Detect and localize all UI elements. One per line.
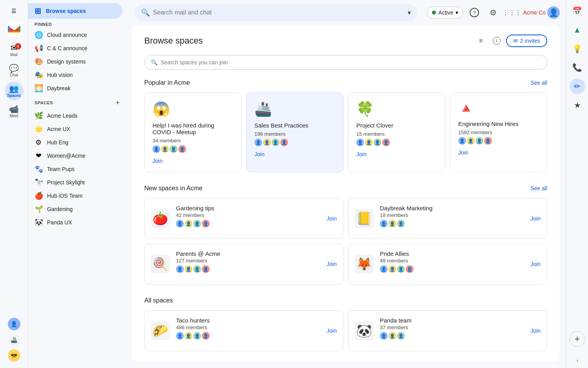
new-space-item-0[interactable]: 🍅 Gardening tips 42 members 👤 👤 👤 👤 Join (144, 198, 343, 239)
sidebar-item-cc-announce[interactable]: 📢 C & C announce (28, 42, 122, 55)
new-see-all[interactable]: See all (530, 185, 547, 191)
new-space-icon-3: 🦊 (355, 255, 374, 273)
member-av: 👤 (467, 137, 475, 145)
account-area[interactable]: Acme Co 👤 (523, 6, 560, 19)
all-space-avatars-0: 👤 👤 👤 👤 (176, 332, 320, 340)
list-view-button[interactable]: ≡ (475, 35, 487, 47)
member-av: 👤 (193, 332, 201, 340)
new-space-icon-2: 🍭 (151, 255, 170, 273)
rail-item-chat[interactable]: 💬 Chat (5, 61, 24, 80)
hub-eng-icon: ⚙ (34, 138, 42, 147)
info-button[interactable]: i (490, 35, 503, 47)
calendar-panel-button[interactable]: 📅 (570, 3, 585, 19)
status-pill[interactable]: Active ▾ (427, 7, 463, 18)
browse-spaces-nav-item[interactable]: ⊞ Browse spaces (28, 3, 122, 19)
sidebar-item-cloud-announce[interactable]: 🌐 Cloud announce (28, 28, 122, 42)
all-space-join-1[interactable]: Join (530, 328, 541, 334)
rail-item-mail[interactable]: ✉ Mail 4 (5, 41, 24, 60)
search-input[interactable] (153, 9, 405, 16)
new-space-item-1[interactable]: 📒 Daybreak Marketing 18 members 👤 👤 👤 Jo… (348, 198, 547, 239)
all-space-item-0[interactable]: 🌮 Taco hunters 486 members 👤 👤 👤 👤 Join (144, 310, 343, 351)
sidebar-item-daybreak[interactable]: 🌅 Daybreak (28, 82, 122, 95)
gmail-logo-svg (7, 22, 21, 36)
sidebar-item-acme-leads[interactable]: 🌿 Acme Leads (28, 109, 122, 122)
help-button[interactable]: ? (466, 5, 482, 20)
all-space-info-1: Panda team 37 members 👤 👤 👤 (380, 317, 524, 344)
sidebar-item-acme-ux[interactable]: 🌟 Acme UX (28, 122, 122, 136)
sidebar-item-hub-vision[interactable]: 🎭 Hub vision (28, 68, 122, 82)
rail-item-meet[interactable]: 📹 Meet (5, 102, 24, 121)
keep-panel-button[interactable]: 💡 (570, 41, 585, 56)
search-spaces-icon: 🔍 (151, 59, 158, 66)
gmail-logo[interactable] (7, 20, 21, 39)
rail-avatar-3[interactable]: 😎 (8, 349, 20, 362)
help-icon: ? (470, 8, 479, 17)
popular-join-button-1[interactable]: Join (254, 151, 265, 157)
rail-avatar-2[interactable]: 🚢 (8, 333, 20, 346)
new-space-join-2[interactable]: Join (327, 261, 337, 267)
chat-panel-button[interactable]: ✏ (570, 78, 585, 94)
apps-button[interactable]: ⋮⋮⋮ (504, 5, 520, 20)
popular-space-card-2[interactable]: 🍀 Project Clover 15 members 👤 👤 👤 👤 Join (348, 93, 445, 172)
new-space-icon-0: 🍅 (151, 209, 170, 228)
right-panel: 📅 ▲ 💡 📞 ✏ ★ + › (566, 0, 588, 368)
member-av: 👤 (475, 137, 483, 145)
invites-button[interactable]: ✉ 2 invites (506, 35, 547, 47)
popular-join-button-2[interactable]: Join (356, 151, 367, 157)
popular-see-all[interactable]: See all (530, 80, 547, 86)
phone-panel-button[interactable]: 📞 (570, 60, 585, 75)
member-av: 👤 (388, 220, 396, 228)
sidebar-item-hub-eng[interactable]: ⚙ Hub Eng (28, 136, 122, 149)
new-space-item-2[interactable]: 🍭 Parents @ Acme 127 members 👤 👤 👤 👤 Joi… (144, 244, 343, 284)
new-space-info-3: Pride Allies 49 members 👤 👤 👤 👤 (380, 250, 524, 278)
sidebar-item-team-pups[interactable]: 🐾 Team Pups (28, 162, 122, 176)
sidebar-item-design-systems[interactable]: 🎨 Design systems (28, 55, 122, 68)
new-space-item-3[interactable]: 🦊 Pride Allies 49 members 👤 👤 👤 👤 Join (348, 244, 547, 284)
popular-space-card-1[interactable]: 🚢 Sales Best Practices 198 members 👤 👤 👤… (246, 93, 343, 172)
star-panel-icon: ★ (574, 100, 581, 110)
new-space-join-3[interactable]: Join (530, 261, 541, 267)
new-space-join-0[interactable]: Join (327, 215, 337, 222)
rail-avatar-1[interactable]: 👤 (8, 318, 20, 330)
member-av: 👤 (176, 332, 184, 340)
sidebar-item-project-skylight[interactable]: 🔭 Project Skylight (28, 176, 122, 189)
star-panel-button[interactable]: ★ (570, 97, 585, 113)
hub-ios-icon: 🍎 (34, 191, 42, 200)
rail-avatars: 👤 🚢 😎 (8, 318, 20, 368)
status-dropdown-icon: ▾ (456, 9, 458, 16)
new-space-members-3: 49 members (380, 258, 524, 264)
hamburger-menu[interactable]: ☰ (6, 3, 22, 19)
rail-item-spaces[interactable]: 👥 Spaces (5, 82, 24, 100)
all-space-name-0: Taco hunters (176, 317, 320, 324)
member-av: 👤 (356, 138, 364, 146)
sidebar-item-hub-ios[interactable]: 🍎 Hub iOS Team (28, 189, 122, 202)
popular-join-button-0[interactable]: Join (152, 158, 163, 164)
acme-ux-label: Acme UX (47, 126, 70, 132)
list-view-icon: ≡ (479, 37, 483, 44)
popular-space-card-0[interactable]: 😱 Help! I was hired during COVID - Meetu… (144, 93, 241, 172)
all-space-item-1[interactable]: 🐼 Panda team 37 members 👤 👤 👤 Join (348, 310, 547, 351)
expand-panel-button[interactable]: › (575, 356, 580, 365)
content-header-actions: ≡ i ✉ 2 invites (475, 35, 547, 47)
popular-space-icon-0: 😱 (152, 101, 233, 117)
search-spaces-input[interactable] (161, 59, 541, 66)
right-add-icon: + (574, 333, 580, 344)
drive-panel-button[interactable]: ▲ (570, 22, 585, 38)
invites-label: 2 invites (520, 38, 540, 44)
right-add-button[interactable]: + (570, 331, 585, 347)
member-av: 👤 (152, 145, 160, 153)
sidebar-item-women-acme[interactable]: ❤ Women@Acme (28, 149, 122, 162)
new-space-join-1[interactable]: Join (530, 215, 541, 222)
chat-icon: 💬 (9, 64, 19, 72)
popular-join-button-3[interactable]: Join (458, 149, 468, 156)
new-section-title: New spaces in Acme (144, 185, 203, 192)
content-wrapper: Browse spaces ≡ i ✉ 2 invites 🔍 (129, 25, 566, 368)
popular-space-card-3[interactable]: 🔺 Engineering New Hires 1592 members 👤 👤… (450, 93, 547, 172)
settings-button[interactable]: ⚙ (485, 5, 501, 20)
sidebar-item-panda-ux[interactable]: 🐼 Panda UX (28, 216, 122, 229)
all-space-join-0[interactable]: Join (327, 328, 337, 334)
search-dropdown-icon[interactable]: ▾ (408, 9, 411, 16)
sidebar-item-gardening[interactable]: 🌱 Gardening (28, 202, 122, 216)
add-space-button[interactable]: + (113, 98, 122, 107)
page-title: Browse spaces (144, 36, 203, 46)
